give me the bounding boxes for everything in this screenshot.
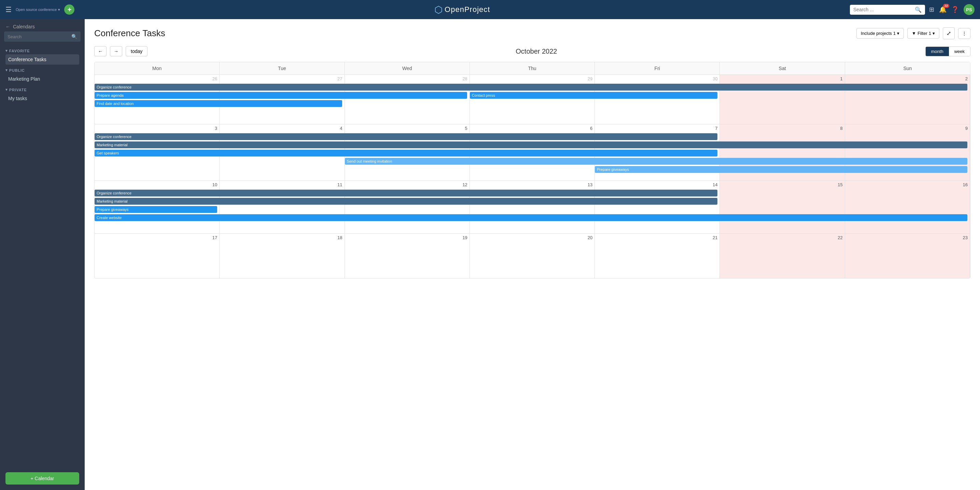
day-num: 2 [847,76,968,83]
sidebar-search-input[interactable] [8,34,69,39]
filter-button[interactable]: ▼ Filter 1 ▾ [907,28,939,38]
day-cell-23[interactable]: 23 [845,234,970,278]
day-cell-28[interactable]: 28 [345,75,470,124]
day-num: 7 [597,126,718,132]
day-cell-18[interactable]: 18 [220,234,345,278]
main-header: Conference Tasks Include projects 1 ▾ ▼ … [94,27,970,39]
calendar-event[interactable]: Organize conference [95,190,718,196]
sidebar-item-my-tasks[interactable]: My tasks [5,93,79,104]
chevron-down-icon: ▾ [932,31,935,36]
calendar-event[interactable]: Prepare giveaways [95,206,217,213]
day-cell-13[interactable]: 13 [470,181,595,233]
day-cell-14[interactable]: 14 [595,181,720,233]
arrow-left-icon: ← [5,24,10,29]
help-icon[interactable]: ❓ [951,6,959,13]
global-search[interactable]: 🔍 [850,5,925,15]
day-header-tue: Tue [220,62,345,75]
nav-icons: ⊞ 🔔 22 ❓ PS [929,4,975,15]
top-nav: ☰ Open source conference ▾ + ⬡ OpenProje… [0,0,980,19]
day-cell-22[interactable]: 22 [720,234,845,278]
logo-icon: ⬡ [434,4,442,15]
prev-month-button[interactable]: ← [94,46,107,56]
view-toggle: month week [925,46,971,56]
day-cell-16[interactable]: 16 [845,181,970,233]
month-view-button[interactable]: month [926,47,949,56]
day-header-fri: Fri [595,62,720,75]
day-cell-11[interactable]: 11 [220,181,345,233]
week-view-button[interactable]: week [949,47,970,56]
sidebar-search[interactable]: 🔍 [4,32,81,41]
day-cell-2[interactable]: 2 [845,75,970,124]
day-num: 9 [847,126,968,132]
day-cell-20[interactable]: 20 [470,234,595,278]
today-button[interactable]: today [126,46,148,56]
day-num: 12 [347,182,468,188]
avatar[interactable]: PS [964,4,975,15]
day-cell-1[interactable]: 1 [720,75,845,124]
sidebar-section-private-header: ▾ PRIVATE [5,88,79,92]
notification-icon[interactable]: 🔔 22 [939,6,947,13]
day-num: 16 [847,182,968,188]
calendar-event[interactable]: Marketing material [95,142,967,148]
add-project-button[interactable]: + [64,5,75,15]
calendar-event[interactable]: Prepare agenda [95,92,467,99]
day-num: 30 [597,76,718,83]
day-cell-15[interactable]: 15 [720,181,845,233]
calendar-event[interactable]: Contact press [470,92,718,99]
day-num: 13 [472,182,592,188]
include-projects-count: 1 [893,31,896,36]
sidebar-search-icon: 🔍 [72,34,77,39]
search-input[interactable] [853,7,913,12]
calendar-event[interactable]: Send out meeting invitation [345,158,968,165]
month-title: October 2022 [151,48,922,55]
menu-icon[interactable]: ☰ [5,5,12,14]
app-body: ← Calendars 🔍 ▾ Mon FAVORITE Conference … [0,19,980,490]
calendar-event[interactable]: Prepare giveaways [595,166,967,173]
day-num: 6 [472,126,592,132]
public-label: PUBLIC [9,68,25,72]
calendar-event[interactable]: Marketing material [95,198,718,205]
day-num: 11 [222,182,342,188]
sidebar-back-button[interactable]: ← Calendars [0,19,85,32]
calendar-event[interactable]: Organize conference [95,84,967,91]
private-label: PRIVATE [9,88,27,92]
day-num: 14 [597,182,718,188]
day-num: 5 [347,126,468,132]
include-projects-label: Include projects [861,31,892,36]
next-month-button[interactable]: → [110,46,122,56]
sidebar-resize-handle[interactable] [83,19,85,490]
sidebar-item-conference-tasks[interactable]: Conference Tasks [5,54,79,65]
expand-button[interactable]: ⤢ [943,27,955,39]
week-row-2: 3 4 5 6 7 8 9 Organize conferenceMarketi… [95,124,970,180]
grid-icon[interactable]: ⊞ [929,6,934,13]
sidebar-section-public-header: ▾ PUBLIC [5,68,79,72]
day-header-thu: Thu [470,62,595,75]
more-options-button[interactable]: ⋮ [958,28,970,39]
day-cell-21[interactable]: 21 [595,234,720,278]
day-cell-19[interactable]: 19 [345,234,470,278]
include-projects-button[interactable]: Include projects 1 ▾ [856,28,904,38]
add-calendar-button[interactable]: + Calendar [5,472,79,485]
project-selector[interactable]: Open source conference ▾ [16,8,60,12]
header-controls: Include projects 1 ▾ ▼ Filter 1 ▾ ⤢ ⋮ [856,27,970,39]
day-num: 8 [722,126,842,132]
chevron-down-icon: ▾ [58,8,60,12]
day-header-mon: Mon [95,62,220,75]
day-cell-26[interactable]: 26 [95,75,220,124]
calendar-event[interactable]: Create website [95,214,967,221]
day-num: 15 [722,182,842,188]
favorite-label: FAVORITE [9,49,30,53]
sidebar-footer: + Calendar [0,467,85,490]
calendar-event[interactable]: Get speakers [95,150,718,156]
calendar-event[interactable]: Find date and location [95,100,342,107]
calendar-event[interactable]: Organize conference [95,133,718,140]
day-cell-30[interactable]: 30 [595,75,720,124]
sidebar-title: Calendars [13,24,35,29]
day-num: 27 [222,76,342,83]
day-num: 18 [222,235,342,242]
day-cell-27[interactable]: 27 [220,75,345,124]
sidebar-item-marketing-plan[interactable]: Marketing Plan [5,74,79,84]
day-cell-17[interactable]: 17 [95,234,220,278]
day-cell-12[interactable]: 12 [345,181,470,233]
day-cell-29[interactable]: 29 [470,75,595,124]
